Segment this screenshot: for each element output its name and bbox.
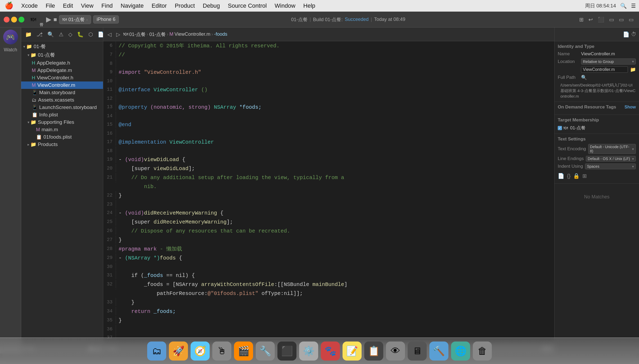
line-content: // Do any additional setup after loading… [119,173,554,182]
dock-icon: 🚀 [173,345,184,357]
dock-item-terminal[interactable]: ⬛ [277,342,296,361]
search-nav-icon[interactable]: 🔍 [46,30,55,38]
tree-appdelegate-m[interactable]: M AppDelegate.m [21,67,103,74]
dock-item-xcode2[interactable]: 🔨 [429,342,448,361]
location-field[interactable]: ViewController.m [581,66,628,73]
dock-item-browser[interactable]: 🌐 [451,342,470,361]
menu-icon[interactable]: ☰ [631,3,636,9]
warning-icon[interactable]: ⚠ [57,30,65,38]
tree-supporting-files[interactable]: ▾ 📁 Supporting Files [21,119,103,126]
tree-viewcontroller-h[interactable]: H ViewController.h [21,74,103,81]
dock-item-app1[interactable]: 🖥 [408,342,427,361]
tree-main-m[interactable]: M main.m [21,126,103,133]
tree-products[interactable]: ▸ 📁 Products [21,141,103,148]
tree-root[interactable]: ▾ 📁 01-餐 [21,42,103,51]
device-selector[interactable]: iPhone 6 [93,15,119,24]
apple-menu[interactable]: 🍎 [3,1,15,10]
target-checkbox[interactable]: ✓ [558,126,562,130]
layout-btn-1[interactable]: ▭ [608,16,616,24]
git-icon[interactable]: ⎇ [35,30,44,38]
dock-item-finder[interactable]: 🗂 [147,342,166,361]
clock-btn[interactable]: ⏱ [631,31,636,37]
dock-item-mouse[interactable]: 🖱 [212,342,231,361]
layout-btn-3[interactable]: ▭ [627,16,635,24]
dock-item-vlc[interactable]: 🎬 [234,342,253,361]
location-dropdown[interactable]: Relative to Group ▾ [581,58,636,65]
breadcrumb-p3[interactable]: ViewController.m [174,31,210,37]
nav-back-btn[interactable]: ◁ [106,30,113,38]
tree-launchscreen[interactable]: 📱 LaunchScreen.storyboard [21,104,103,111]
dock-item-safari[interactable]: 🧭 [191,342,210,361]
dock-item-trash[interactable]: 🗑 [473,342,492,361]
line-content [119,333,554,334]
breadcrumb-p4[interactable]: -foods [214,31,227,37]
encoding-dropdown[interactable]: Default - Unicode (UTF-8) ▾ [588,144,636,154]
fullpath-reveal-btn[interactable]: 🔍 [581,75,587,80]
search-icon[interactable]: 🔍 [620,3,627,9]
line-endings-dropdown[interactable]: Default - OS X / Unix (LF) ▾ [586,156,636,162]
menubar-product[interactable]: Product [173,2,196,10]
menubar-source-control[interactable]: Source Control [226,2,268,10]
brackets-icon[interactable]: {} [567,173,570,179]
app-icon: 🍽 [29,15,38,24]
debug-nav-icon[interactable]: 🐛 [76,30,85,38]
menubar-xcode[interactable]: Xcode [20,2,39,10]
tree-viewcontroller-m[interactable]: M ViewController.m [21,81,103,89]
run-button[interactable]: ▶ [46,15,51,24]
dock-item-paw[interactable]: 🐾 [321,342,340,361]
dock-icon: 📋 [368,345,380,357]
minimize-button[interactable] [11,17,17,22]
tree-assets[interactable]: 🗂 Assets.xcassets [21,96,103,104]
tree-project-folder[interactable]: ▾ 📁 01-点餐 [21,51,103,59]
menubar-window[interactable]: Window [273,2,297,10]
watch-panel: 🎮 Watch [0,28,21,353]
tree-info-plist[interactable]: 📋 Info.plist [21,111,103,119]
breadcrumb-p2[interactable]: 01-点餐 [149,31,166,38]
dock-item-preview[interactable]: 👁 [386,342,405,361]
file-inspector-btn[interactable]: 📄 [623,31,629,38]
navigator-toggle-btn[interactable]: ↩ [587,16,595,24]
stop-button[interactable]: ■ [53,16,57,23]
indent-dropdown[interactable]: Spaces ▾ [585,163,636,169]
target-checkbox-row: ✓ 🍽 01-点餐 [558,125,636,131]
layout-btn-2[interactable]: ▭ [617,16,626,24]
dock-item-launchpad[interactable]: 🚀 [169,342,188,361]
code-content[interactable]: 6// Copyright © 2015年 itheima. All right… [103,41,554,343]
menubar-help[interactable]: Help [302,2,317,10]
folder-icon[interactable]: 📁 [24,30,33,38]
split-editor-btn[interactable]: ⬛ [596,16,606,24]
lock-icon[interactable]: 🔒 [573,173,580,179]
close-button[interactable] [4,17,10,22]
breadcrumb-p1[interactable]: 01-点餐 [129,31,146,38]
test-icon[interactable]: ◇ [67,30,74,38]
tree-main-storyboard[interactable]: 📱 Main.storyboard [21,89,103,96]
tree-01foods-plist[interactable]: 📋 01foods.plist [21,133,103,141]
menubar-navigate[interactable]: Navigate [119,2,145,10]
nav-forward-btn[interactable]: ▷ [115,30,122,38]
breakpoint-icon[interactable]: ⬡ [87,30,94,38]
line-content: @property (nonatomic, strong) NSArray *f… [119,103,554,112]
menubar-editor[interactable]: Editor [150,2,168,10]
scheme-selector[interactable]: 🍽 01-点餐 › [59,15,91,24]
line-number: 23 [103,200,116,208]
editor-toggle-btn[interactable]: ⊞ [578,16,585,24]
grid-icon[interactable]: ⊞ [582,173,587,179]
dock-item-notes[interactable]: 📝 [343,342,362,361]
code-line: 30 [103,262,554,271]
file-doc-icon[interactable]: 📄 [558,173,564,179]
menubar-view[interactable]: View [79,2,95,10]
fullscreen-button[interactable] [19,17,24,22]
line-number: 24 [103,208,116,217]
dock-item-emc[interactable]: 📋 [364,342,383,361]
report-icon[interactable]: 📄 [96,30,103,38]
menubar-file[interactable]: File [44,2,56,10]
menubar-debug[interactable]: Debug [201,2,222,10]
browse-icon[interactable]: 📁 [630,67,636,72]
tree-appdelegate-h[interactable]: H AppDelegate.h [21,59,103,67]
code-line: 15@end [103,120,554,129]
menubar-edit[interactable]: Edit [61,2,75,10]
dock-item-tools[interactable]: 🔧 [256,342,275,361]
dock-item-settings[interactable]: ⚙️ [299,342,318,361]
show-btn[interactable]: Show [624,105,636,110]
menubar-find[interactable]: Find [100,2,114,10]
